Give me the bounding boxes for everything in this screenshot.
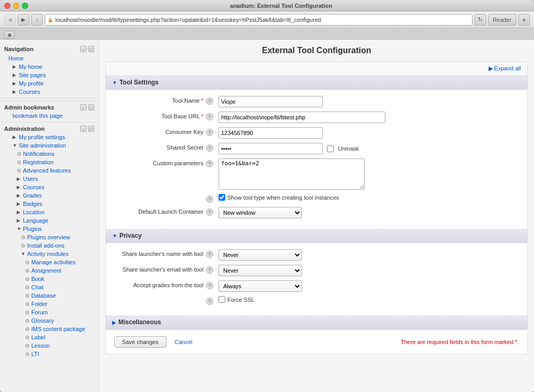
sidebar-book[interactable]: ⚙ Book xyxy=(0,275,99,283)
share-email-label: Share launcher's email with tool ? xyxy=(114,265,219,274)
sidebar-badges[interactable]: ▶ Badges xyxy=(0,200,99,208)
new-tab-button[interactable]: + xyxy=(518,14,530,26)
shared-secret-label: Shared Secret ? xyxy=(114,143,219,152)
sidebar-activity-modules[interactable]: ▼ Activity modules xyxy=(0,250,99,258)
share-name-row: Share launcher's name with tool ? Never … xyxy=(114,249,519,261)
traffic-lights xyxy=(4,3,28,9)
save-button[interactable]: Save changes xyxy=(114,336,166,348)
browser-toolbar: ◀ ▶ ↑ 🔒 ↻ Reader + xyxy=(0,11,534,28)
address-bar: 🔒 xyxy=(45,14,472,26)
custom-params-label: Custom parameters ? xyxy=(114,158,219,167)
privacy-title: Privacy xyxy=(119,232,142,239)
share-name-help[interactable]: ? xyxy=(206,251,213,258)
expand-all-button[interactable]: ▶ Expand all xyxy=(489,65,521,72)
sidebar-grades[interactable]: ▶ Grades xyxy=(0,191,99,200)
tool-name-input[interactable] xyxy=(219,96,323,107)
consumer-key-help[interactable]: ? xyxy=(206,129,213,136)
sidebar-assignment[interactable]: ⚙ Assignment xyxy=(0,266,99,275)
misc-header[interactable]: ▶ Miscellaneous xyxy=(106,315,527,329)
tool-base-url-input[interactable] xyxy=(219,112,385,123)
show-tool-type-row: ? Show tool type when creating tool inst… xyxy=(114,194,519,203)
admin-expand-btn[interactable]: □ xyxy=(88,126,94,132)
show-tool-help[interactable]: ? xyxy=(206,195,213,203)
accept-grades-select[interactable]: Always Never Delegate to teacher xyxy=(219,280,302,292)
close-button[interactable] xyxy=(4,3,10,9)
sidebar-folder[interactable]: ⚙ Folder xyxy=(0,300,99,308)
sidebar-plugins-overview[interactable]: ⚙ Plugins overview xyxy=(0,233,99,241)
custom-params-row: Custom parameters ? foo=1&bar=2 xyxy=(114,158,519,190)
sidebar-install-addons[interactable]: ⚙ Install add-ons xyxy=(0,241,99,250)
sidebar-database[interactable]: ⚙ Database xyxy=(0,291,99,300)
share-email-help[interactable]: ? xyxy=(206,266,213,274)
sidebar-courses[interactable]: ▶ Courses xyxy=(0,183,99,191)
back-button[interactable]: ◀ xyxy=(4,14,16,26)
form-panel: ▶ Expand all ▼ Tool Settings Tool Name *… xyxy=(105,62,528,354)
sidebar-location[interactable]: ▶ Location xyxy=(0,208,99,216)
nav-home[interactable]: Home xyxy=(0,54,99,63)
cancel-button[interactable]: Cancel xyxy=(171,337,197,347)
refresh-button[interactable]: ↻ xyxy=(475,14,486,26)
share-email-select[interactable]: Never Always Delegate to teacher xyxy=(219,265,302,276)
admin-collapse-btn[interactable]: - xyxy=(80,126,87,132)
sidebar-lesson[interactable]: ⚙ Lesson xyxy=(0,341,99,350)
sidebar-users[interactable]: ▶ Users xyxy=(0,175,99,183)
share-email-row: Share launcher's email with tool ? Never… xyxy=(114,265,519,276)
nav-site-pages[interactable]: ▶ Site pages xyxy=(0,71,99,79)
nav-my-profile[interactable]: ▶ My profile xyxy=(0,79,99,88)
bookmarks-collapse-btn[interactable]: - xyxy=(80,104,87,111)
force-ssl-help[interactable]: ? xyxy=(206,298,213,305)
maximize-button[interactable] xyxy=(22,3,28,9)
nav-my-home[interactable]: ▶ My home xyxy=(0,63,99,71)
sidebar: Navigation - □ Home ▶ My home ▶ Site pag… xyxy=(0,40,99,392)
default-launch-select[interactable]: New window Embed Embed without blocks Ex… xyxy=(219,207,302,218)
shared-secret-row: Shared Secret ? Unmask xyxy=(114,143,519,154)
tool-name-help[interactable]: ? xyxy=(206,97,213,105)
sidebar-label[interactable]: ⚙ Label xyxy=(0,333,99,341)
reader-button[interactable]: Reader xyxy=(488,14,516,26)
sidebar-manage-activities[interactable]: ⚙ Manage activities xyxy=(0,258,99,266)
tool-settings-header[interactable]: ▼ Tool Settings xyxy=(106,76,527,90)
force-ssl-checkbox[interactable] xyxy=(219,296,225,303)
tool-settings-toggle: ▼ xyxy=(112,80,117,85)
url-input[interactable] xyxy=(55,17,470,23)
share-button[interactable]: ↑ xyxy=(31,14,43,26)
nav-collapse-btn[interactable]: - xyxy=(80,46,87,52)
privacy-header[interactable]: ▼ Privacy xyxy=(106,229,527,243)
sidebar-chat[interactable]: ⚙ Chat xyxy=(0,283,99,291)
share-name-select[interactable]: Never Always Delegate to teacher xyxy=(219,249,302,261)
sidebar-forum[interactable]: ⚙ Forum xyxy=(0,308,99,316)
custom-params-help[interactable]: ? xyxy=(206,160,213,167)
nav-courses[interactable]: ▶ Courses xyxy=(0,88,99,96)
sidebar-registration[interactable]: ⚙ Registration xyxy=(0,158,99,166)
tool-base-url-help[interactable]: ? xyxy=(206,113,213,120)
sidebar-my-profile-settings[interactable]: ▶ My profile settings xyxy=(0,133,99,141)
sidebar-language[interactable]: ▶ Language xyxy=(0,216,99,225)
consumer-key-input[interactable] xyxy=(219,127,323,139)
consumer-key-row: Consumer Key ? xyxy=(114,127,519,139)
sidebar-glossary[interactable]: ⚙ Glossary xyxy=(0,316,99,325)
custom-params-textarea[interactable]: foo=1&bar=2 xyxy=(219,158,365,190)
unmask-checkbox[interactable] xyxy=(327,145,334,152)
show-tool-type-label-empty: ? xyxy=(114,194,219,203)
forward-button[interactable]: ▶ xyxy=(18,14,29,26)
sidebar-lti[interactable]: ⚙ LTI xyxy=(0,350,99,358)
nav-expand-btn[interactable]: □ xyxy=(88,46,94,52)
sidebar-advanced-features[interactable]: ⚙ Advanced features xyxy=(0,166,99,175)
sidebar-plugins[interactable]: ▼ Plugins xyxy=(0,225,99,233)
privacy-toggle: ▼ xyxy=(112,233,117,239)
sidebar-ims-content[interactable]: ⚙ IMS content package xyxy=(0,325,99,333)
minimize-button[interactable] xyxy=(13,3,19,9)
shared-secret-help[interactable]: ? xyxy=(206,144,213,152)
bookmarks-expand-btn[interactable]: □ xyxy=(88,104,94,111)
sidebar-site-admin[interactable]: ▼ Site administration xyxy=(0,141,99,150)
show-tool-type-label: Show tool type when creating tool instan… xyxy=(227,194,339,201)
shared-secret-input[interactable] xyxy=(219,143,323,154)
tool-settings-title: Tool Settings xyxy=(119,79,159,86)
default-launch-help[interactable]: ? xyxy=(206,209,213,216)
bookmark-this-page[interactable]: bookmark this page xyxy=(0,112,99,120)
expand-all-bar: ▶ Expand all xyxy=(106,62,527,76)
sidebar-notifications[interactable]: ⚙ Notifications xyxy=(0,150,99,158)
show-tool-type-checkbox[interactable] xyxy=(219,194,225,201)
tab-grid-button[interactable]: ⊞ xyxy=(4,31,15,39)
accept-grades-help[interactable]: ? xyxy=(206,282,213,289)
